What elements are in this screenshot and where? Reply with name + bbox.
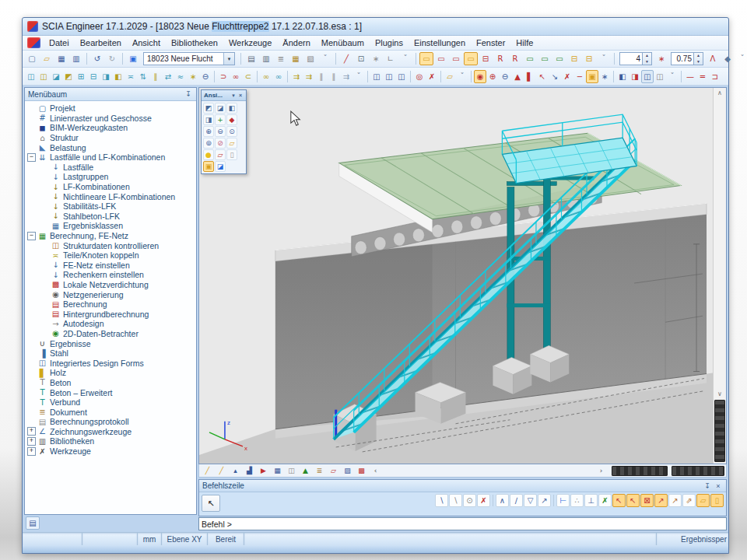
modify-icon[interactable]: ╱ [339,52,353,65]
delete-icon[interactable]: ✗ [426,70,438,83]
tree-expander-icon[interactable]: + [27,447,36,456]
tree-item-autodesign[interactable]: → Autodesign [27,319,196,329]
open-project-icon[interactable]: ▱ [444,70,456,83]
tree-item-beton-erweitert[interactable]: T Beton – Erweitert [27,387,196,397]
overflow-icon[interactable]: ˇ [735,52,747,65]
zoom-all-icon[interactable]: ⊚ [203,138,214,149]
tree-item-projekt[interactable]: ▢ Projekt [27,103,196,114]
vertical-scrollbar[interactable]: ∧ ∨ [713,88,726,464]
undo-icon[interactable]: ↺ [90,52,104,65]
menu-item-bearbeiten[interactable]: Bearbeiten [75,37,127,48]
tree-item-lokale-netzverdichtung[interactable]: ▩ Lokale Netzverdichtung [27,280,196,290]
structure-view-icon[interactable]: ▴ [229,465,242,477]
zoom-previous-icon[interactable]: ⊘ [215,138,226,149]
beam-icon[interactable]: ◉ [474,70,486,83]
tree-expander-icon[interactable]: − [27,232,36,240]
tree-item-berechnung[interactable]: ▤ Berechnung [27,299,196,310]
haunch-icon[interactable]: ▲ [511,70,524,83]
tree-item-lf-kombinationen[interactable]: ↓ LF-Kombinationen [27,182,196,192]
snap-line2-icon[interactable]: ∖ [449,494,462,507]
tree-item-verbund[interactable]: T Verbund [27,397,196,408]
snap-endpoint-icon[interactable]: ↖ [612,494,626,507]
view-window-9-icon[interactable]: ▭ [538,52,552,65]
scroll-down-icon[interactable]: ∨ [714,389,726,400]
pattern-icon[interactable]: ∗ [187,70,199,83]
tree-item-integriertes-design-forms[interactable]: ◫ Integriertes Design Forms [27,358,196,368]
tab-scroll-right-icon[interactable]: › [594,465,608,477]
stop-icon[interactable]: ◎ [413,70,426,83]
support-icon[interactable]: ↘ [549,70,561,83]
pin-icon[interactable]: ↧ [184,90,193,98]
tree-expander-icon[interactable]: + [27,437,36,446]
gallery-icon[interactable]: ▦ [289,52,303,65]
lasso-icon[interactable]: ⊃ [217,70,230,83]
menu-item-bibliotheken[interactable]: Bibliotheken [166,37,223,48]
zoom-window-icon[interactable]: ⊙ [226,126,237,137]
view-window-4-icon[interactable]: ▭ [464,52,478,65]
hscrollbar-thumb[interactable] [612,466,668,476]
folder-view-icon[interactable]: ▱ [327,465,340,477]
snap-tool-icon[interactable]: ⊢ [556,494,570,507]
pointer-mode-button[interactable]: ↖ [202,495,220,512]
tree-item-stahl[interactable]: ▐ Stahl [27,348,196,359]
chevron-down-icon[interactable]: ▾ [230,93,237,99]
tree-item-stahlbeton-lfk[interactable]: ↓ Stahlbeton-LFK [27,212,196,222]
tree-item-teile-knoten-koppeln[interactable]: ≍ Teile/Knoten koppeln [27,250,196,261]
menu-item-datei[interactable]: Datei [44,37,75,48]
ungroup-icon[interactable]: ⇉ [303,70,315,83]
select-elements-icon[interactable]: ◫ [25,70,37,83]
duplicate-window-icon[interactable]: ◫ [383,70,395,83]
tree-item-dokument[interactable]: ≣ Dokument [27,407,196,417]
flag-view-icon[interactable]: ▶ [257,465,270,477]
view-window-11-icon[interactable]: ⊟ [567,52,581,65]
close-icon[interactable]: × [237,93,244,98]
tree-item-netzgenerierung[interactable]: ◉ Netzgenerierung [27,289,196,299]
view-axo-icon[interactable]: ◩ [203,103,214,114]
view-window-8-icon[interactable]: ▭ [523,52,537,65]
tree-item-lastgruppen[interactable]: ↓ Lastgruppen [27,172,196,182]
order-icon[interactable]: ⇉ [340,70,352,83]
spinner-down-icon[interactable]: ▼ [643,59,651,65]
stretch-icon[interactable]: ◧ [112,70,124,83]
move-elements-icon[interactable]: ◪ [50,70,62,83]
snap-intersection-icon[interactable]: ⊠ [640,494,654,507]
tree-item-fe-netz-einstellen[interactable]: ↓ FE-Netz einstellen [27,261,196,271]
snap-ok-icon[interactable]: ✗ [598,494,612,507]
menu-item-fenster[interactable]: Fenster [471,37,510,48]
snap-circle-icon[interactable]: ⊙ [463,494,476,507]
workspace-layout-icon[interactable]: ▣ [126,52,140,65]
view-toolbar-header[interactable]: Ansi... ▾ × [202,90,246,101]
hscrollbar-thumb-2[interactable] [672,466,724,476]
overflow-icon[interactable]: ˇ [597,52,611,65]
hidden-line-icon[interactable]: ◫ [654,70,666,83]
view-window-6-icon[interactable]: R [493,52,507,65]
wireframe-icon[interactable]: ◨ [629,70,641,83]
trim-icon[interactable]: ⊖ [199,70,212,83]
tree-expander-icon[interactable]: + [27,427,36,436]
view-window-3-icon[interactable]: ▭ [449,52,463,65]
menu-item-werkzeuge[interactable]: Werkzeuge [223,37,277,48]
new-file-icon[interactable]: ▢ [25,52,39,65]
view-window-7-icon[interactable]: R [508,52,522,65]
close-icon[interactable]: × [714,482,723,490]
layer-down-icon[interactable]: ∥ [328,70,340,83]
add-element-icon[interactable]: ⊞ [75,70,87,83]
dim-line-icon[interactable]: — [684,70,696,83]
overflow-icon[interactable]: ˇ [318,52,332,65]
link-icon[interactable]: ∞ [260,70,272,83]
scroll-up-icon[interactable]: ∧ [714,88,726,99]
tree-item-rechenkern-einstellen[interactable]: ↓ Rechenkern einstellen [27,270,196,280]
scale-step-icon[interactable]: ∗ [654,52,668,65]
group-icon[interactable]: ⇉ [290,70,303,83]
overflow-icon[interactable]: ˇ [352,70,365,83]
menu-item-plugins[interactable]: Plugins [370,37,409,48]
tree-item-bibliotheken[interactable]: + ▥ Bibliotheken [27,436,196,446]
view-window-1-icon[interactable]: ▭ [419,52,433,65]
close-window-icon[interactable]: ◫ [395,70,408,83]
intersect-icon[interactable]: ≈ [174,70,187,83]
view-window-10-icon[interactable]: ▭ [552,52,566,65]
split-icon[interactable]: ∥ [149,70,162,83]
spinner-buttons[interactable]: ▲▼ [642,53,651,65]
layer-up-icon[interactable]: ∥ [315,70,328,83]
spinner-buttons[interactable]: ▲▼ [693,53,703,65]
